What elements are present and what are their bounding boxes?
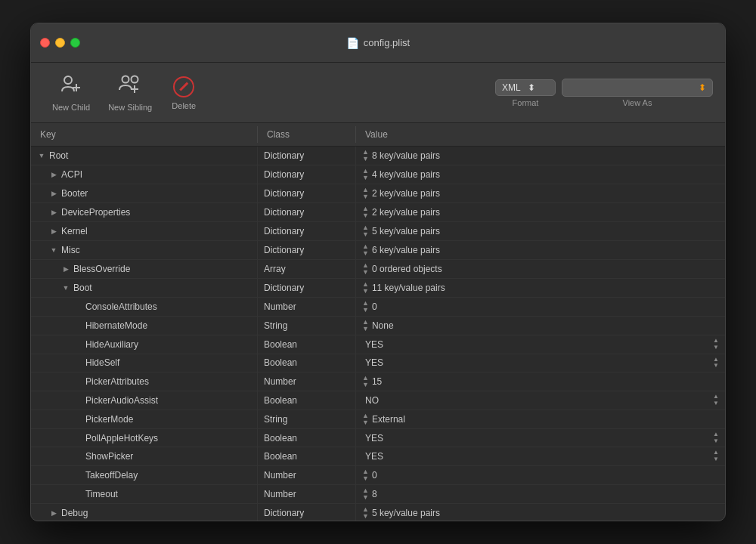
key-text: PickerAudioAssist [85, 395, 158, 406]
expand-arrow-icon[interactable]: ▶ [61, 265, 70, 273]
view-as-dropdown[interactable]: ⬍ [562, 79, 713, 97]
stepper-icon[interactable]: ▲▼ [362, 506, 369, 520]
table-row[interactable]: ▼MiscDictionary▲▼6 key/value pairs [31, 241, 725, 260]
table-row[interactable]: HibernateModeString▲▼None [31, 317, 725, 335]
key-cell: HideAuxiliary [31, 335, 258, 354]
value-text: 8 key/value pairs [372, 150, 440, 161]
bool-stepper-icon[interactable]: ▲▼ [713, 357, 719, 370]
stepper-icon[interactable]: ▲▼ [362, 187, 369, 200]
expand-arrow-icon[interactable]: ▶ [49, 209, 58, 216]
table-row[interactable]: ▼BootDictionary▲▼11 key/value pairs [31, 279, 725, 298]
key-text: Misc [61, 245, 80, 255]
stepper-icon[interactable]: ▲▼ [362, 206, 369, 219]
table-row[interactable]: ▶BlessOverrideArray▲▼0 ordered objects [31, 260, 725, 279]
bool-stepper-icon[interactable]: ▲▼ [713, 338, 719, 351]
key-text: Debug [61, 508, 88, 518]
key-text: ACPI [61, 169, 82, 180]
key-text: PickerMode [85, 414, 133, 425]
table-row[interactable]: PickerAudioAssistBooleanNO▲▼ [31, 391, 725, 410]
table-row[interactable]: HideSelfBooleanYES▲▼ [31, 354, 725, 373]
table-row[interactable]: ConsoleAttributesNumber▲▼0 [31, 298, 725, 317]
key-cell: ▶BlessOverride [31, 260, 258, 278]
stepper-icon[interactable]: ▲▼ [362, 243, 369, 257]
value-text: YES [362, 339, 383, 350]
stepper-icon[interactable]: ▲▼ [362, 468, 369, 482]
stepper-icon[interactable]: ▲▼ [362, 149, 369, 162]
bool-stepper-icon[interactable]: ▲▼ [713, 394, 719, 407]
bool-stepper-icon[interactable]: ▲▼ [713, 431, 719, 445]
expand-arrow-icon[interactable]: ▶ [49, 190, 58, 197]
window-title: config.plist [364, 37, 410, 48]
class-cell: Dictionary [258, 165, 356, 184]
bool-stepper-icon[interactable]: ▲▼ [713, 450, 719, 463]
stepper-icon[interactable]: ▲▼ [362, 281, 369, 295]
delete-icon [173, 76, 194, 97]
key-cell: ▶DeviceProperties [31, 203, 258, 221]
delete-button[interactable]: Delete [161, 71, 206, 115]
stepper-icon[interactable]: ▲▼ [362, 319, 369, 332]
table-row[interactable]: TimeoutNumber▲▼8 [31, 485, 725, 504]
class-cell: Array [258, 260, 356, 278]
key-text: Boot [73, 283, 92, 293]
value-cell: ▲▼0 ordered objects [356, 260, 725, 278]
table-row[interactable]: ▶KernelDictionary▲▼5 key/value pairs [31, 222, 725, 241]
view-as-dropdown-arrow: ⬍ [699, 82, 706, 93]
expand-arrow-icon[interactable]: ▼ [37, 152, 46, 159]
class-cell: Boolean [258, 429, 356, 447]
stepper-icon[interactable]: ▲▼ [362, 487, 369, 501]
traffic-lights [40, 38, 80, 48]
expand-arrow-icon[interactable]: ▼ [61, 284, 70, 292]
value-cell: ▲▼0 [356, 298, 725, 316]
table-row[interactable]: ShowPickerBooleanYES▲▼ [31, 447, 725, 466]
key-cell: HibernateMode [31, 317, 258, 335]
table-row[interactable]: ▶DebugDictionary▲▼5 key/value pairs [31, 504, 725, 521]
table-row[interactable]: ▼RootDictionary▲▼8 key/value pairs [31, 147, 725, 165]
new-sibling-label: New Sibling [108, 103, 152, 112]
minimize-button[interactable] [55, 38, 65, 48]
value-text: 0 [372, 470, 377, 481]
new-child-button[interactable]: New Child [43, 69, 99, 116]
key-cell: PickerAttributes [31, 372, 258, 391]
new-sibling-button[interactable]: New Sibling [99, 69, 161, 116]
value-text: 6 key/value pairs [372, 245, 440, 255]
class-cell: Number [258, 466, 356, 484]
maximize-button[interactable] [70, 38, 80, 48]
value-cell: YES▲▼ [356, 335, 725, 354]
table-row[interactable]: ▶DevicePropertiesDictionary▲▼2 key/value… [31, 203, 725, 222]
format-dropdown[interactable]: XML ⬍ [495, 79, 556, 96]
value-cell: ▲▼2 key/value pairs [356, 203, 725, 221]
close-button[interactable] [40, 38, 50, 48]
expand-arrow-icon[interactable]: ▶ [49, 171, 58, 178]
value-cell: YES▲▼ [356, 354, 725, 372]
stepper-icon[interactable]: ▲▼ [362, 224, 369, 238]
table-row[interactable]: PollAppleHotKeysBooleanYES▲▼ [31, 429, 725, 448]
table-row[interactable]: PickerModeString▲▼External [31, 410, 725, 429]
stepper-icon[interactable]: ▲▼ [362, 262, 369, 276]
class-cell: Dictionary [258, 504, 356, 521]
table-row[interactable]: PickerAttributesNumber▲▼15 [31, 372, 725, 391]
labels-row: Format View As [495, 98, 713, 107]
key-cell: ▶Kernel [31, 222, 258, 240]
stepper-icon[interactable]: ▲▼ [362, 168, 369, 181]
key-text: Kernel [61, 226, 88, 236]
new-sibling-icon [119, 73, 141, 100]
key-cell: ▶Booter [31, 184, 258, 202]
table-header: Key Class Value [31, 123, 725, 147]
header-key: Key [31, 126, 258, 143]
expand-arrow-icon[interactable]: ▶ [49, 227, 58, 235]
svg-point-0 [64, 76, 72, 84]
table-row[interactable]: HideAuxiliaryBooleanYES▲▼ [31, 335, 725, 354]
table-body[interactable]: ▼RootDictionary▲▼8 key/value pairs▶ACPID… [31, 147, 725, 521]
expand-arrow-icon[interactable]: ▶ [49, 509, 58, 517]
expand-arrow-icon[interactable]: ▼ [49, 246, 58, 254]
stepper-icon[interactable]: ▲▼ [362, 375, 369, 388]
value-text: YES [362, 433, 383, 444]
key-cell: TakeoffDelay [31, 466, 258, 484]
stepper-icon[interactable]: ▲▼ [362, 300, 369, 314]
table-row[interactable]: TakeoffDelayNumber▲▼0 [31, 466, 725, 485]
value-text: YES [362, 357, 383, 368]
table-row[interactable]: ▶BooterDictionary▲▼2 key/value pairs [31, 184, 725, 203]
stepper-icon[interactable]: ▲▼ [362, 413, 369, 426]
table-area: Key Class Value ▼RootDictionary▲▼8 key/v… [31, 123, 725, 521]
table-row[interactable]: ▶ACPIDictionary▲▼4 key/value pairs [31, 165, 725, 184]
